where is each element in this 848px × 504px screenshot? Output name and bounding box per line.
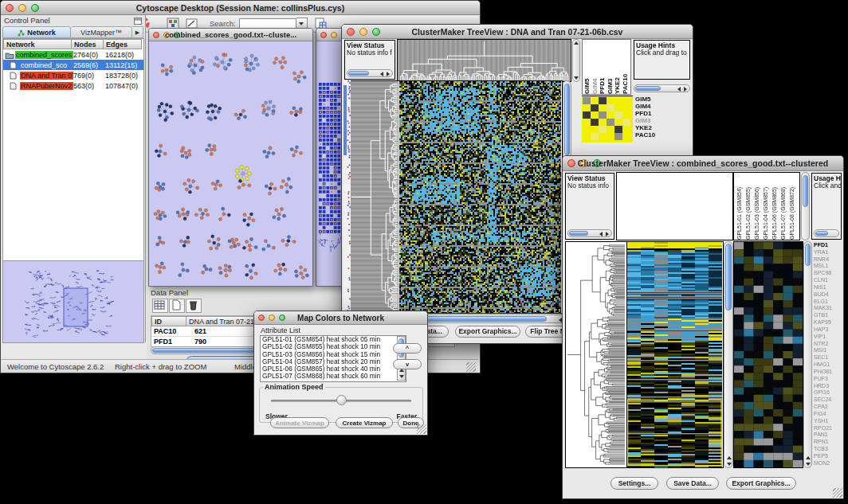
mini-heatmap-cell[interactable] bbox=[614, 119, 622, 126]
gene-list-item[interactable]: MSL1 bbox=[814, 263, 842, 270]
gene-list-item[interactable]: HMG1 bbox=[814, 361, 842, 369]
mini-heatmap-cell[interactable] bbox=[607, 126, 614, 133]
settings-button[interactable]: Settings... bbox=[610, 477, 658, 490]
gene-color-strip[interactable] bbox=[344, 80, 351, 314]
gene-list-item[interactable]: PAN1 bbox=[814, 432, 842, 439]
mini-heatmap-cell[interactable] bbox=[591, 111, 599, 119]
column-dendrogram-panel[interactable] bbox=[397, 39, 571, 82]
network-list-row[interactable]: RNAPuberNov2+563(0)107847(0) bbox=[3, 80, 143, 91]
zoom-heatmap-panel[interactable] bbox=[733, 241, 803, 468]
attribute-list-item[interactable]: GPL51-03 (GSM856) heat shock 15 min bbox=[261, 351, 406, 358]
mini-heatmap-cell[interactable] bbox=[607, 119, 614, 126]
mini-heatmap-cell[interactable] bbox=[607, 97, 614, 104]
resize-grip[interactable] bbox=[833, 488, 842, 498]
column-label[interactable]: GPL51-02 (GSM855) bbox=[745, 174, 754, 240]
column-label[interactable]: GPL51-06 (GSM865) bbox=[771, 174, 780, 240]
gene-list-item[interactable]: YRA1 bbox=[814, 249, 842, 256]
mini-heatmap-cell[interactable] bbox=[622, 97, 630, 104]
network-column-header[interactable]: Nodes bbox=[72, 39, 104, 49]
gene-list-item[interactable]: VIP1 bbox=[814, 334, 842, 341]
gene-list-item[interactable]: HRD3 bbox=[814, 383, 842, 390]
mini-heatmap-cell[interactable] bbox=[614, 104, 622, 111]
attribute-list-item[interactable]: GPL51-06 (GSM865) heat shock 40 min bbox=[261, 365, 406, 373]
treeview1-titlebar[interactable]: ClusterMaker TreeView : DNA and Tran 07-… bbox=[342, 25, 693, 39]
mini-heatmap-cell[interactable] bbox=[583, 119, 591, 126]
animate-vizmap-button[interactable]: Animate Vizmap bbox=[270, 417, 329, 428]
close-button[interactable] bbox=[320, 32, 327, 38]
mini-heatmap-cell[interactable] bbox=[599, 111, 607, 119]
treeview2-titlebar[interactable]: ClusterMaker TreeView : combined_scores_… bbox=[563, 156, 843, 171]
new-attribute-icon[interactable] bbox=[169, 299, 185, 313]
speed-slider-thumb[interactable] bbox=[336, 395, 347, 405]
resize-grip[interactable] bbox=[466, 362, 476, 372]
column-header-id[interactable]: ID bbox=[151, 316, 186, 326]
column-label[interactable]: PFD1 bbox=[599, 43, 607, 94]
attribute-list-item[interactable]: GPL51-04 (GSM857) heat shock 20 min bbox=[261, 358, 406, 365]
row-label[interactable]: GIM4 bbox=[635, 103, 688, 110]
column-label[interactable]: GPL51-07 (GSM868) bbox=[780, 174, 789, 240]
gene-list-item[interactable]: ELG1 bbox=[814, 299, 842, 306]
column-label[interactable]: GIM4 bbox=[592, 43, 600, 94]
mini-heatmap-cell[interactable] bbox=[599, 133, 607, 140]
mini-heatmap-cell[interactable] bbox=[599, 126, 607, 133]
tab-network[interactable]: Network bbox=[2, 26, 71, 38]
mini-heatmap-cell[interactable] bbox=[614, 126, 622, 133]
gene-list-item[interactable]: MAK31 bbox=[814, 305, 842, 312]
network-column-header[interactable]: Network bbox=[3, 39, 72, 49]
row-label[interactable]: YKE2 bbox=[635, 124, 688, 131]
delete-attribute-icon[interactable] bbox=[186, 299, 202, 313]
column-label[interactable]: PAC10 bbox=[622, 43, 630, 94]
column-label[interactable]: GPL51-04 (GSM857) bbox=[763, 174, 771, 240]
mini-heatmap-cell[interactable] bbox=[622, 133, 630, 140]
usage-hints-hscrollbar[interactable] bbox=[634, 84, 690, 92]
heatmap-panel[interactable] bbox=[627, 241, 724, 468]
row-label[interactable]: PFD1 bbox=[635, 110, 688, 117]
network-overview-panel[interactable] bbox=[2, 260, 144, 343]
gene-list-item[interactable]: PHO81 bbox=[814, 369, 842, 376]
gene-list-item[interactable]: SPC98 bbox=[814, 270, 842, 277]
main-titlebar[interactable]: Cytoscape Desktop (Session Name: collins… bbox=[1, 1, 480, 15]
column-tree-panel[interactable] bbox=[616, 172, 733, 240]
move-down-button[interactable]: v bbox=[393, 359, 422, 369]
column-label[interactable]: GIM5 bbox=[584, 43, 592, 94]
gene-list-item[interactable]: MON2 bbox=[814, 460, 842, 467]
mini-heatmap-cell[interactable] bbox=[614, 97, 622, 104]
mini-heatmap-cell[interactable] bbox=[583, 97, 591, 104]
mini-heatmap-cell[interactable] bbox=[607, 133, 614, 140]
gene-list-item[interactable]: PFD1 bbox=[814, 242, 842, 249]
move-up-button[interactable]: ^ bbox=[393, 343, 422, 354]
gene-list-item[interactable]: FIG4 bbox=[814, 411, 842, 418]
export-graphics-button[interactable]: Export Graphics... bbox=[455, 326, 520, 338]
mini-heatmap-cell[interactable] bbox=[614, 111, 622, 119]
gene-list-item[interactable]: YSH1 bbox=[814, 418, 842, 425]
gene-list-item[interactable]: PUF3 bbox=[814, 376, 842, 383]
gene-list-item[interactable]: RNR4 bbox=[814, 256, 842, 264]
mini-heatmap-cell[interactable] bbox=[591, 126, 599, 133]
mini-heatmap-cell[interactable] bbox=[599, 104, 607, 111]
row-label[interactable]: GIM5 bbox=[635, 96, 688, 103]
export-graphics-button[interactable]: Export Graphics... bbox=[726, 477, 796, 490]
mini-heatmap-cell[interactable] bbox=[622, 119, 630, 126]
mini-heatmap-cell[interactable] bbox=[591, 133, 599, 140]
table-view-icon[interactable] bbox=[152, 299, 168, 313]
row-label[interactable]: PAC10 bbox=[635, 131, 688, 139]
usage-hints-hscrollbar[interactable] bbox=[814, 229, 839, 237]
column-label[interactable]: GIM3 bbox=[607, 43, 615, 94]
mini-heatmap-cell[interactable] bbox=[622, 126, 630, 133]
gene-list-item[interactable]: KAP95 bbox=[814, 319, 842, 326]
heatmap-vscrollbar[interactable] bbox=[724, 241, 733, 468]
gene-list-item[interactable]: TCB3 bbox=[814, 446, 842, 453]
save-data-button[interactable]: Save Data... bbox=[666, 477, 719, 490]
zoom-vscrollbar[interactable] bbox=[803, 241, 812, 468]
gene-list-item[interactable]: SEC24 bbox=[814, 397, 842, 404]
mini-heatmap-cell[interactable] bbox=[583, 111, 591, 119]
minimize-button[interactable] bbox=[331, 32, 337, 38]
gene-list-item[interactable]: BUD4 bbox=[814, 291, 842, 299]
row-label[interactable]: GIM3 bbox=[635, 117, 688, 124]
mini-heatmap[interactable] bbox=[582, 96, 633, 143]
gene-list-item[interactable]: NTR2 bbox=[814, 341, 842, 348]
network-list-row[interactable]: DNA and Tran 07769(0)183728(0) bbox=[3, 70, 143, 80]
network-list-row[interactable]: combined_sco2569(6)13112(15) bbox=[3, 60, 143, 70]
attribute-list-item[interactable]: GPL51-02 (GSM855) heat shock 10 min bbox=[261, 343, 406, 350]
resize-grip[interactable] bbox=[417, 424, 426, 434]
